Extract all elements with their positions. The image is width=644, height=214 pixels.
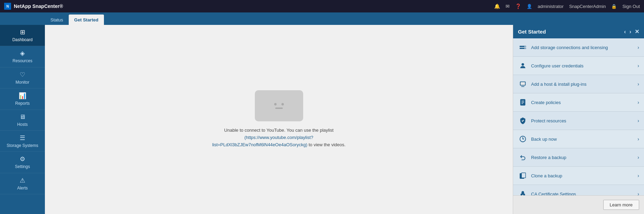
panel-item-create-policies-label: Create policies (531, 100, 634, 105)
svg-rect-7 (521, 82, 525, 85)
panel-items-list: Add storage connections and licensing › … (513, 38, 644, 195)
right-panel: Get Started ‹ › ✕ Add storage connection… (513, 25, 644, 214)
sidebar-label-dashboard: Dashboard (12, 37, 33, 42)
settings-icon: ⚙ (20, 155, 25, 163)
sidebar-label-monitor: Monitor (16, 80, 29, 85)
right-panel-close-icon[interactable]: ✕ (635, 28, 639, 35)
panel-item-restore-backup-label: Restore a backup (531, 155, 634, 160)
youtube-playlist-link[interactable]: (https://www.youtube.com/playlist?list=P… (212, 135, 313, 147)
sidebar-item-resources[interactable]: ◈ Resources (0, 46, 45, 67)
ca-certificate-icon (518, 189, 528, 195)
panel-item-restore-backup[interactable]: Restore a backup › (513, 148, 644, 167)
panel-item-clone-backup-label: Clone a backup (531, 173, 634, 178)
sidebar-item-storage-systems[interactable]: ☰ Storage Systems (0, 131, 45, 152)
mail-icon[interactable]: ✉ (506, 3, 510, 9)
add-host-chevron-icon: › (637, 81, 639, 87)
panel-item-ca-certificate-label: CA Certificate Settings (531, 192, 634, 196)
right-panel-next-icon[interactable]: › (629, 29, 631, 35)
learn-more-button[interactable]: Learn more (603, 200, 639, 210)
panel-item-configure-credentials[interactable]: Configure user credentials › (513, 57, 644, 75)
youtube-suffix-text: to view the videos. (309, 142, 346, 147)
restore-backup-icon (518, 152, 528, 162)
sidebar-label-alerts: Alerts (17, 186, 28, 190)
clone-backup-chevron-icon: › (637, 173, 639, 178)
top-bar-right: 🔔 ✉ ❓ 👤 administrator SnapCenterAdmin 🔒 … (494, 3, 640, 9)
panel-item-protect-resources[interactable]: Protect resources › (513, 112, 644, 130)
panel-item-backup-now-label: Back up now (531, 137, 634, 142)
video-error-placeholder (255, 90, 303, 121)
add-storage-icon (518, 43, 528, 52)
add-storage-chevron-icon: › (637, 45, 639, 50)
tab-status[interactable]: Status (45, 15, 69, 25)
panel-item-add-storage-label: Add storage connections and licensing (531, 45, 634, 50)
app-title: NetApp SnapCenter® (14, 3, 63, 9)
hosts-icon: 🖥 (19, 113, 26, 121)
youtube-error-message: Unable to connect to YouTube. You can us… (201, 127, 357, 148)
user-icon: 👤 (527, 4, 532, 9)
sidebar-item-reports[interactable]: 📊 Reports (0, 89, 45, 110)
tab-bar: Status Get Started (0, 12, 644, 25)
netapp-logo-icon: N (4, 3, 11, 10)
panel-item-clone-backup[interactable]: Clone a backup › (513, 167, 644, 185)
video-eye-left (274, 103, 277, 105)
signout-button[interactable]: Sign Out (622, 4, 640, 9)
monitor-icon: ♡ (20, 71, 25, 78)
panel-item-create-policies[interactable]: Create policies › (513, 93, 644, 112)
panel-item-credentials-label: Configure user credentials (531, 63, 634, 68)
tab-get-started[interactable]: Get Started (69, 15, 104, 25)
top-bar-left: N NetApp SnapCenter® (4, 3, 63, 10)
credentials-chevron-icon: › (637, 63, 639, 68)
lock-icon: 🔒 (611, 4, 617, 9)
video-error-face (274, 103, 284, 109)
right-panel-prev-icon[interactable]: ‹ (624, 29, 626, 35)
sidebar: ⊞ Dashboard ◈ Resources ♡ Monitor 📊 Repo… (0, 25, 45, 214)
help-icon[interactable]: ❓ (515, 3, 521, 9)
add-host-icon (518, 79, 528, 89)
bell-icon[interactable]: 🔔 (494, 3, 500, 9)
panel-item-ca-certificate[interactable]: CA Certificate Settings › (513, 185, 644, 195)
username-label[interactable]: administrator (538, 4, 564, 9)
panel-item-add-storage[interactable]: Add storage connections and licensing › (513, 38, 644, 57)
main-content: Unable to connect to YouTube. You can us… (45, 25, 513, 214)
reports-icon: 📊 (19, 92, 26, 100)
storage-icon: ☰ (20, 134, 25, 142)
admin-label: SnapCenterAdmin (569, 4, 606, 9)
credentials-icon (518, 61, 528, 71)
sidebar-label-reports: Reports (15, 101, 30, 106)
svg-point-2 (525, 46, 526, 47)
youtube-error-text: Unable to connect to YouTube. You can us… (224, 128, 334, 133)
ca-certificate-chevron-icon: › (637, 191, 639, 195)
dashboard-icon: ⊞ (20, 28, 25, 36)
sidebar-item-dashboard[interactable]: ⊞ Dashboard (0, 25, 45, 46)
tab-status-label: Status (50, 17, 63, 22)
restore-backup-chevron-icon: › (637, 155, 639, 160)
alerts-icon: ⚠ (20, 177, 25, 184)
app-title-text: NetApp SnapCenter® (14, 3, 63, 9)
main-layout: ⊞ Dashboard ◈ Resources ♡ Monitor 📊 Repo… (0, 25, 644, 214)
video-eyes (274, 103, 284, 105)
right-panel-controls: ‹ › ✕ (624, 28, 639, 35)
right-panel-title: Get Started (518, 29, 546, 35)
svg-point-4 (521, 63, 524, 66)
create-policies-chevron-icon: › (637, 100, 639, 105)
backup-now-icon (518, 134, 528, 144)
sidebar-label-resources: Resources (12, 58, 32, 63)
panel-item-add-host[interactable]: Add a host & install plug-ins › (513, 75, 644, 93)
sidebar-item-monitor[interactable]: ♡ Monitor (0, 67, 45, 89)
sidebar-item-alerts[interactable]: ⚠ Alerts (0, 173, 45, 194)
sidebar-label-storage-systems: Storage Systems (7, 143, 38, 148)
panel-footer: Learn more (513, 195, 644, 214)
sidebar-label-settings: Settings (15, 164, 30, 169)
tab-get-started-label: Get Started (74, 17, 98, 22)
sidebar-item-settings[interactable]: ⚙ Settings (0, 152, 45, 173)
panel-item-backup-now[interactable]: Back up now › (513, 130, 644, 148)
svg-point-3 (525, 48, 526, 49)
svg-rect-14 (521, 173, 526, 178)
panel-item-add-host-label: Add a host & install plug-ins (531, 82, 634, 87)
right-panel-header: Get Started ‹ › ✕ (513, 25, 644, 38)
resources-icon: ◈ (20, 49, 25, 57)
protect-resources-icon (518, 116, 528, 125)
video-mouth (275, 108, 283, 109)
sidebar-item-hosts[interactable]: 🖥 Hosts (0, 110, 45, 131)
clone-backup-icon (518, 171, 528, 180)
